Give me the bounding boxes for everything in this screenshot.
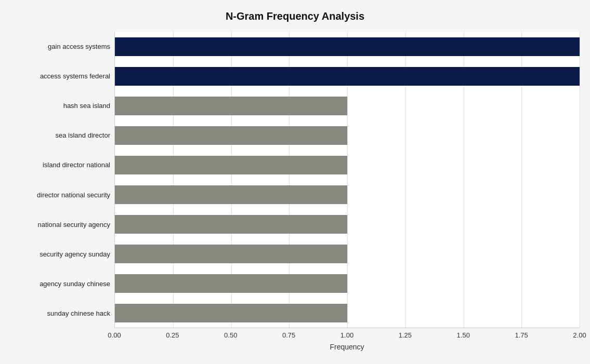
x-tick-label: 0.25 (166, 331, 179, 339)
x-axis-title: Frequency (114, 343, 580, 351)
y-label: sea island director (10, 120, 110, 150)
y-label: agency sunday chinese (10, 269, 110, 299)
bar-row (115, 298, 580, 328)
y-label: sunday chinese hack (10, 299, 110, 328)
bar (115, 156, 347, 174)
plot-area (114, 32, 580, 328)
grid-line (580, 32, 580, 328)
bar (115, 67, 580, 86)
bar (115, 37, 580, 56)
bar-row (115, 209, 580, 239)
bar (115, 304, 347, 322)
bar (115, 126, 347, 145)
y-label: gain access systems (10, 32, 110, 61)
chart-title: N-Gram Frequency Analysis (10, 10, 580, 22)
y-label: national security agency (10, 210, 110, 239)
bar (115, 245, 347, 263)
bar (115, 97, 347, 115)
bar-row (115, 61, 580, 91)
bar-row (115, 150, 580, 180)
bar (115, 185, 347, 204)
y-label: director national security (10, 180, 110, 210)
bar-row (115, 268, 580, 298)
x-tick-label: 1.00 (340, 331, 353, 339)
bar-row (115, 91, 580, 120)
bars-section: gain access systemsaccess systems federa… (10, 32, 580, 328)
bar (115, 274, 347, 293)
x-tick-label: 0.75 (282, 331, 295, 339)
bar-row (115, 180, 580, 209)
bar (115, 215, 347, 234)
y-label: hash sea island (10, 91, 110, 120)
y-label: security agency sunday (10, 239, 110, 269)
y-label: island director national (10, 150, 110, 180)
chart-container: N-Gram Frequency Analysis gain access sy… (0, 0, 590, 364)
chart-area: gain access systemsaccess systems federa… (10, 32, 580, 351)
bar-row (115, 120, 580, 150)
x-tick-label: 1.50 (457, 331, 470, 339)
x-tick-label: 2.00 (573, 331, 586, 339)
bar-row (115, 32, 580, 61)
x-tick-label: 0.50 (224, 331, 237, 339)
bar-row (115, 239, 580, 268)
x-axis-labels: 0.000.250.500.751.001.251.501.752.00 (114, 328, 580, 341)
x-tick-label: 0.00 (108, 331, 121, 339)
x-tick-label: 1.25 (399, 331, 412, 339)
x-tick-label: 1.75 (515, 331, 528, 339)
y-labels: gain access systemsaccess systems federa… (10, 32, 114, 328)
y-label: access systems federal (10, 61, 110, 91)
